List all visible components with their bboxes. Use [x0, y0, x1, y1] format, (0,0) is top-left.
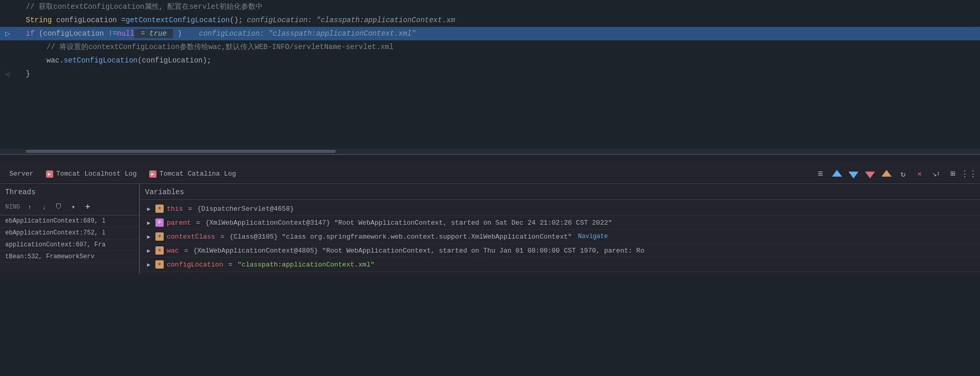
scroll-down-icon[interactable] [847, 167, 860, 181]
thread-up-btn[interactable]: ↑ [24, 201, 36, 213]
tab-tomcat-catalina-label: Tomcat Catalina Log [160, 170, 236, 178]
cursor-down-icon[interactable]: ↘I [929, 167, 943, 181]
upload-orange-icon[interactable] [880, 167, 893, 181]
expand-arrow-contextClass[interactable]: ▶ [145, 233, 152, 240]
expand-arrow-this[interactable]: ▶ [145, 206, 152, 212]
var-icon-wac: ≡ [155, 246, 164, 255]
expand-arrow-parent[interactable]: ▶ [145, 220, 152, 226]
code-comment-2: // 将设置的contextConfigLocation参数传给wac,默认传入… [46, 42, 393, 52]
menu-icon[interactable]: ≡ [814, 167, 827, 181]
code-hint-2: configLocation: "classpath:applicationCo… [199, 29, 416, 38]
variables-title: Variables [140, 184, 980, 200]
code-comment-1: // 获取contextConfigLocation属性, 配置在servlet… [26, 2, 263, 11]
variables-panel: Variables ▶ ≡ this = {DispatcherServlet@… [140, 184, 980, 274]
code-line-4: // 将设置的contextConfigLocation参数传给wac,默认传入… [0, 40, 980, 54]
breakpoint-arrow-icon: ▷ [5, 28, 10, 39]
code-brace-close: } [26, 70, 30, 78]
var-value-configLocation: "classpath:applicationContext.xml" [238, 261, 374, 269]
thread-controls: NING ↑ ↓ ⛉ ▾ + [0, 199, 139, 215]
var-icon-parent: P [155, 218, 164, 227]
tab-server[interactable]: Server [4, 168, 39, 180]
var-eq-parent: = [196, 219, 200, 227]
list-item[interactable]: tBean:532, FrameworkServ [0, 251, 139, 263]
download-red-icon[interactable] [863, 167, 877, 181]
code-eval-true: = true [134, 29, 173, 38]
table-grid-icon[interactable]: ⊞ [946, 167, 959, 181]
scrollbar-thumb[interactable] [26, 150, 336, 153]
download-red-svg [863, 167, 877, 181]
tabs-bar: Server ▶ Tomcat Localhost Log ▶ Tomcat C… [0, 164, 980, 184]
editor-panel-separator [0, 155, 980, 164]
thread-add-btn[interactable]: + [82, 201, 93, 213]
code-keyword-null: null [117, 29, 134, 38]
threads-filter-label: NING [5, 203, 20, 211]
gutter-arrow-2-icon: ◁ [5, 70, 9, 79]
code-normal-5: wac. [46, 56, 64, 65]
down-arrow-svg [847, 167, 860, 181]
code-keyword-if: if [26, 29, 35, 38]
var-eq-this: = [188, 205, 192, 213]
code-method-1: getContextConfigLocation [125, 16, 230, 24]
tab-tomcat-localhost-icon: ▶ [46, 170, 53, 178]
threads-title: Threads [0, 184, 139, 199]
scroll-up-icon[interactable] [830, 167, 844, 181]
code-normal-4: ) [173, 29, 195, 38]
expand-arrow-wac[interactable]: ▶ [145, 247, 152, 254]
code-method-2: setConfigLocation [64, 56, 138, 65]
code-editor: // 获取contextConfigLocation属性, 配置在servlet… [0, 0, 980, 155]
upload-orange-svg [880, 167, 893, 181]
main-content: Threads NING ↑ ↓ ⛉ ▾ + ebApplicationCont… [0, 184, 980, 274]
var-icon-this: ≡ [155, 205, 164, 213]
var-row-wac[interactable]: ▶ ≡ wac = {XmlWebApplicationContext@4805… [140, 244, 980, 258]
code-hint-1: configLocation: "classpath:applicationCo… [247, 16, 455, 24]
code-normal-3: (configLocation != [35, 29, 117, 38]
thread-down-btn[interactable]: ↓ [39, 201, 50, 213]
refresh-icon[interactable]: ↻ [896, 167, 910, 181]
tab-tomcat-localhost-label: Tomcat Localhost Log [56, 170, 137, 178]
tab-tomcat-localhost[interactable]: ▶ Tomcat Localhost Log [41, 168, 142, 180]
thread-list: ebApplicationContext:689, l ebApplicatio… [0, 215, 139, 274]
var-row-this[interactable]: ▶ ≡ this = {DispatcherServlet@4658} [140, 202, 980, 216]
var-row-configLocation[interactable]: ▶ ≡ configLocation = "classpath:applicat… [140, 258, 980, 272]
var-name-contextClass: contextClass [167, 233, 215, 241]
variables-list: ▶ ≡ this = {DispatcherServlet@4658} ▶ P … [140, 200, 980, 274]
code-type-string: String [26, 16, 52, 24]
tab-tomcat-catalina[interactable]: ▶ Tomcat Catalina Log [144, 168, 241, 180]
up-arrow-svg [830, 167, 844, 181]
code-normal-6: (configLocation); [137, 56, 211, 65]
list-item[interactable]: ebApplicationContext:689, l [0, 215, 139, 227]
var-eq-wac: = [184, 247, 188, 255]
toolbar-icons: ≡ ↻ ✕ ↘I ⊞ ⋮⋮ [814, 167, 976, 181]
tab-server-label: Server [9, 170, 34, 178]
code-normal-1: configLocation = [52, 16, 125, 24]
tab-tomcat-catalina-icon: ▶ [149, 170, 156, 178]
columns-icon[interactable]: ⋮⋮ [962, 167, 976, 181]
code-line-3: ▷ if (configLocation != null = true ) co… [0, 27, 980, 40]
code-normal-2: (); [230, 16, 243, 24]
horizontal-scrollbar[interactable] [0, 149, 980, 154]
var-value-parent: {XmlWebApplicationContext@3147} "Root We… [206, 219, 612, 227]
code-line-1: // 获取contextConfigLocation属性, 配置在servlet… [0, 0, 980, 13]
expand-arrow-configLocation[interactable]: ▶ [145, 261, 152, 268]
var-row-parent[interactable]: ▶ P parent = {XmlWebApplicationContext@3… [140, 216, 980, 230]
var-icon-contextClass: ≡ [155, 232, 164, 241]
code-line-6: ◁ } [0, 67, 980, 81]
var-value-contextClass: {Class@3105} "class org.springframework.… [229, 233, 572, 241]
var-name-parent: parent [167, 219, 191, 227]
thread-expand-btn[interactable]: ▾ [68, 201, 79, 213]
navigate-link-contextClass[interactable]: Navigate [578, 233, 608, 240]
var-eq-configLocation: = [228, 261, 232, 269]
var-eq-contextClass: = [220, 233, 225, 241]
list-item[interactable]: applicationContext:607, Fra [0, 239, 139, 251]
code-line-2: String configLocation = getContextConfig… [0, 13, 980, 27]
code-line-5: wac. setConfigLocation (configLocation); [0, 54, 980, 67]
var-icon-configLocation: ≡ [155, 260, 164, 269]
list-item[interactable]: ebApplicationContext:752, l [0, 227, 139, 239]
var-row-contextClass[interactable]: ▶ ≡ contextClass = {Class@3105} "class o… [140, 230, 980, 244]
var-name-this: this [167, 205, 183, 213]
thread-filter-btn[interactable]: ⛉ [53, 201, 65, 213]
stop-icon[interactable]: ✕ [913, 167, 926, 181]
var-value-wac: {XmlWebApplicationContext@4805} "Root We… [193, 247, 644, 255]
var-name-wac: wac [167, 247, 179, 255]
var-value-this: {DispatcherServlet@4658} [197, 205, 294, 213]
